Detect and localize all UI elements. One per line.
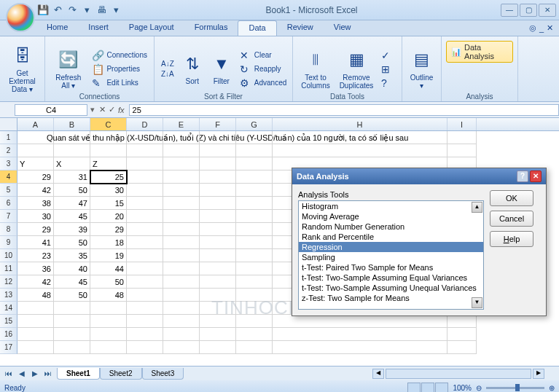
row-header[interactable]: 14: [0, 302, 17, 315]
cell[interactable]: 18: [90, 236, 127, 249]
cell[interactable]: [200, 315, 236, 328]
cell[interactable]: [163, 131, 200, 144]
cell[interactable]: [127, 289, 163, 302]
text-to-columns-button[interactable]: ⫴Text to Columns: [297, 38, 334, 100]
data-validation-button[interactable]: ✓: [379, 49, 395, 62]
cell[interactable]: [200, 144, 236, 157]
cell[interactable]: [200, 184, 236, 197]
cell[interactable]: [163, 315, 200, 328]
tab-data[interactable]: Data: [238, 20, 276, 36]
analysis-tool-item[interactable]: Histogram: [299, 201, 483, 211]
row-header[interactable]: 13: [0, 289, 17, 302]
prev-sheet-icon[interactable]: ◀: [16, 369, 28, 377]
cell[interactable]: [447, 341, 477, 354]
cell[interactable]: [236, 157, 273, 170]
analysis-tool-item[interactable]: Sampling: [299, 252, 483, 262]
cell[interactable]: 29: [17, 223, 54, 236]
cell[interactable]: [163, 184, 200, 197]
scroll-up-icon[interactable]: ▲: [472, 202, 482, 213]
cell[interactable]: [127, 157, 163, 170]
tab-page-layout[interactable]: Page Layout: [119, 20, 184, 36]
refresh-all-button[interactable]: 🔄Refresh All ▾: [50, 38, 87, 100]
cell[interactable]: [163, 275, 200, 289]
cell[interactable]: [127, 236, 163, 249]
cancel-button[interactable]: Cancel: [490, 211, 533, 227]
cell[interactable]: [163, 223, 200, 236]
cell[interactable]: [273, 328, 447, 341]
cell[interactable]: [127, 262, 163, 275]
cell[interactable]: 50: [90, 275, 127, 289]
row-header[interactable]: 7: [0, 210, 17, 223]
scroll-left-icon[interactable]: ◀: [372, 369, 384, 379]
cell[interactable]: 45: [54, 275, 90, 289]
cell[interactable]: Y: [17, 157, 54, 170]
cell[interactable]: [163, 249, 200, 262]
cell[interactable]: [200, 262, 236, 275]
column-header[interactable]: C: [90, 118, 127, 130]
cell[interactable]: [236, 262, 273, 275]
cell[interactable]: 36: [17, 262, 54, 275]
office-button[interactable]: [6, 3, 35, 32]
cell[interactable]: [236, 249, 273, 262]
cell[interactable]: [200, 328, 236, 341]
data-analysis-button[interactable]: 📊Data Analysis: [446, 41, 513, 63]
cell[interactable]: 35: [54, 249, 90, 262]
row-header[interactable]: 8: [0, 223, 17, 236]
save-icon[interactable]: 💾: [36, 4, 50, 17]
cell[interactable]: [127, 302, 163, 315]
qat-dropdown-icon[interactable]: ▾: [80, 4, 93, 17]
cell[interactable]: [200, 236, 236, 249]
cell[interactable]: [447, 131, 477, 144]
cell[interactable]: [163, 341, 200, 354]
analysis-tool-item[interactable]: t-Test: Two-Sample Assuming Equal Varian…: [299, 273, 483, 283]
cell[interactable]: 30: [17, 210, 54, 223]
page-break-view-button[interactable]: [435, 383, 448, 392]
help-button[interactable]: Help: [490, 231, 533, 247]
cell[interactable]: [163, 157, 200, 170]
column-header[interactable]: B: [54, 118, 90, 130]
cell[interactable]: [127, 131, 163, 144]
row-header[interactable]: 2: [0, 144, 17, 157]
cell[interactable]: [236, 144, 273, 157]
cell[interactable]: [236, 170, 273, 184]
row-header[interactable]: 10: [0, 249, 17, 262]
cell[interactable]: [127, 223, 163, 236]
minimize-ribbon-icon[interactable]: _: [539, 24, 544, 33]
cell[interactable]: [273, 315, 447, 328]
cell[interactable]: [17, 144, 54, 157]
get-external-data-button[interactable]: 🗄Get External Data ▾: [4, 38, 40, 100]
outline-button[interactable]: ▤Outline ▾: [407, 38, 437, 100]
enter-icon[interactable]: ✓: [109, 105, 115, 114]
cell[interactable]: 44: [90, 262, 127, 275]
cell[interactable]: 50: [54, 184, 90, 197]
dialog-close-icon[interactable]: ✕: [530, 170, 542, 182]
cell[interactable]: [54, 302, 90, 315]
cell[interactable]: 19: [90, 249, 127, 262]
column-header[interactable]: F: [200, 118, 236, 130]
cell[interactable]: [127, 328, 163, 341]
edit-links-button[interactable]: ✎Edit Links: [90, 77, 149, 90]
sheet-tab[interactable]: Sheet1: [57, 368, 100, 380]
column-header[interactable]: H: [273, 118, 447, 130]
cell[interactable]: 45: [54, 210, 90, 223]
cell[interactable]: Quan sát về thu nhập (X-USD/tuần), tuổi …: [17, 131, 54, 144]
next-sheet-icon[interactable]: ▶: [29, 369, 41, 377]
cell[interactable]: [54, 144, 90, 157]
cell[interactable]: 50: [54, 289, 90, 302]
cell[interactable]: [200, 157, 236, 170]
scroll-right-icon[interactable]: ▶: [533, 369, 544, 379]
cell[interactable]: 42: [17, 184, 54, 197]
cell[interactable]: [163, 236, 200, 249]
remove-duplicates-button[interactable]: ▦Remove Duplicates: [337, 38, 376, 100]
cell[interactable]: 39: [54, 223, 90, 236]
cell[interactable]: [54, 131, 90, 144]
column-header[interactable]: E: [163, 118, 200, 130]
cancel-icon[interactable]: ✕: [99, 105, 106, 114]
qat-more-icon[interactable]: ▾: [109, 4, 122, 17]
cell[interactable]: [127, 249, 163, 262]
minimize-button[interactable]: —: [501, 4, 518, 17]
cell[interactable]: [273, 144, 447, 157]
cell[interactable]: 48: [17, 289, 54, 302]
cell[interactable]: 29: [90, 223, 127, 236]
cell[interactable]: [90, 341, 127, 354]
